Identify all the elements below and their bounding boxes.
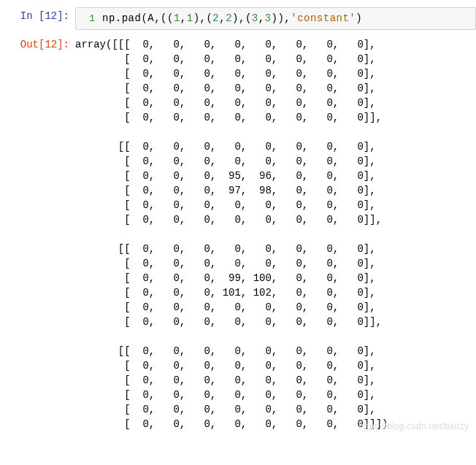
code-string: 'constant' [291,12,356,24]
output-cell: Out[12]: array([[[ 0, 0, 0, 0, 0, 0, 0, … [0,33,476,434]
watermark-text: https://blog.csdn.net/baltzy [359,421,469,431]
code-text: np.pad(A,(( [102,12,174,24]
code-input-area[interactable]: 1 np.pad(A,((1,1),(2,2),(3,3)),'constant… [75,7,476,30]
code-num: 2 [226,12,232,24]
code-num: 3 [252,12,258,24]
code-text: , [258,12,265,24]
code-content: np.pad(A,((1,1),(2,2),(3,3)),'constant') [102,11,362,26]
output-text: array([[[ 0, 0, 0, 0, 0, 0, 0, 0], [ 0, … [75,36,476,431]
code-text: ) [356,12,362,24]
code-text: , [180,12,187,24]
in-prompt: In [12]: [0,7,75,25]
code-num: 1 [174,12,180,24]
input-cell: In [12]: 1 np.pad(A,((1,1),(2,2),(3,3)),… [0,4,476,33]
code-text: )), [272,12,291,24]
code-num: 3 [265,12,272,24]
code-num: 1 [187,12,193,24]
code-text: ),( [193,12,213,24]
line-number: 1 [80,12,95,26]
code-text: , [219,12,226,24]
code-num: 2 [212,12,219,24]
out-prompt: Out[12]: [0,36,75,53]
code-text: ),( [232,12,252,24]
